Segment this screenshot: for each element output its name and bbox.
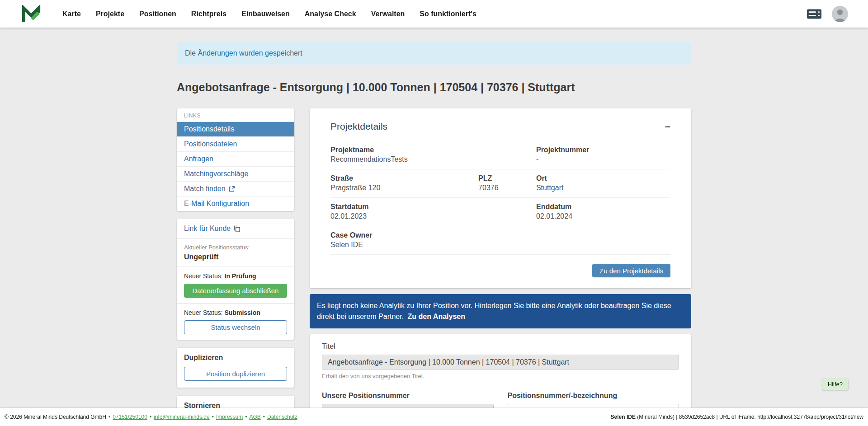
- app-logo[interactable]: [22, 5, 41, 23]
- analytics-banner-text: Es liegt noch keine Analytik zu Ihrer Po…: [317, 302, 671, 320]
- agb-link[interactable]: AGB: [249, 414, 260, 420]
- sidebar: LINKS Positionsdetails Positionsdateien …: [177, 108, 294, 408]
- project-details-title: Projektdetails: [330, 121, 387, 132]
- session-details: (Mineral Minds) | 8539d2652ac8 | URL of …: [636, 414, 863, 420]
- sidebar-item-anfragen[interactable]: Anfragen: [177, 151, 294, 166]
- analytics-banner: Es liegt noch keine Analytik zu Ihrer Po…: [310, 294, 691, 328]
- project-details-card: Projektdetails – Projektname Recommendat…: [310, 108, 691, 288]
- datenschutz-link[interactable]: Datenschutz: [267, 414, 297, 420]
- avatar[interactable]: [832, 6, 848, 22]
- projektnummer-value: -: [536, 155, 670, 164]
- title-helper: Erhält den von uns vorgegebenen Titel.: [322, 373, 679, 379]
- startdatum-value: 02.01.2023: [330, 212, 536, 220]
- impressum-link[interactable]: Impressum: [216, 414, 243, 420]
- server-icon[interactable]: [807, 8, 822, 20]
- main-content: Projektdetails – Projektname Recommendat…: [310, 108, 691, 408]
- current-status-value: Ungeprüft: [184, 253, 287, 261]
- top-navbar: Karte Projekte Positionen Richtpreis Ein…: [0, 0, 868, 28]
- duplicate-title: Duplizieren: [184, 354, 287, 362]
- sidebar-links-header: LINKS: [177, 108, 294, 122]
- strasse-value: Pragstraße 120: [330, 184, 478, 192]
- phone-link[interactable]: 07151/250100: [113, 414, 147, 420]
- page-title: Angebotsanfrage - Entsorgung | 10.000 To…: [177, 80, 691, 94]
- logo-m-icon: [22, 5, 41, 23]
- sidebar-item-match-finden[interactable]: Match finden: [177, 181, 294, 196]
- success-alert: Die Änderungen wurden gespeichert: [177, 42, 691, 65]
- projektname-label: Projektname: [330, 146, 536, 154]
- copyright-text: © 2026 Mineral Minds Deutschland GmbH: [5, 414, 106, 420]
- our-number-input: [322, 404, 494, 408]
- enddatum-value: 02.01.2024: [536, 212, 670, 220]
- custom-number-label: Positionsnummer/-bezeichnung: [508, 392, 679, 400]
- projektname-value: RecommendationsTests: [330, 155, 536, 164]
- ort-value: Stuttgart: [536, 184, 670, 192]
- project-details-button[interactable]: Zu den Projektdetails: [592, 264, 670, 277]
- case-owner-label: Case Owner: [330, 231, 670, 239]
- our-number-label: Unsere Positionsnummer: [322, 392, 494, 400]
- session-info: Selen IDE (Mineral Minds) | 8539d2652ac8…: [611, 414, 863, 420]
- sidebar-item-positionsdetails[interactable]: Positionsdetails: [177, 122, 294, 136]
- switch-status-button[interactable]: Status wechseln: [184, 320, 287, 334]
- bullet-separator: [147, 414, 154, 420]
- projektnummer-label: Projektnummer: [536, 146, 670, 154]
- cancel-title: Stornieren: [184, 402, 287, 408]
- sidebar-item-matchingvorschlaege[interactable]: Matchingvorschläge: [177, 166, 294, 181]
- customer-link[interactable]: Link für Kunde: [184, 225, 241, 233]
- main-nav: Karte Projekte Positionen Richtpreis Ein…: [62, 10, 476, 18]
- bullet-separator: [261, 414, 267, 420]
- next-status-1: Neuer Status: In Prüfung: [184, 272, 287, 280]
- email-link[interactable]: info@mineral-minds.de: [154, 414, 210, 420]
- sidebar-item-label: Match finden: [184, 185, 226, 193]
- duplicate-card: Duplizieren Position duplizieren: [177, 348, 294, 388]
- footer: © 2026 Mineral Minds Deutschland GmbH 07…: [0, 408, 868, 426]
- nav-item-positionen[interactable]: Positionen: [139, 10, 176, 18]
- position-form-card: Titel Erhält den von uns vorgegebenen Ti…: [310, 334, 691, 408]
- nav-item-analyse-check[interactable]: Analyse Check: [305, 10, 356, 18]
- nav-item-projekte[interactable]: Projekte: [96, 10, 124, 18]
- startdatum-label: Startdatum: [330, 203, 536, 211]
- nav-item-einbauweisen[interactable]: Einbauweisen: [241, 10, 290, 18]
- plz-label: PLZ: [478, 174, 536, 183]
- project-row: Case Owner Selen IDE: [330, 226, 670, 255]
- nav-item-so-funktionierts[interactable]: So funktioniert's: [420, 10, 476, 18]
- plz-value: 70376: [478, 184, 536, 192]
- title-label: Titel: [322, 342, 679, 351]
- bullet-separator: [243, 414, 249, 420]
- sidebar-links-card: LINKS Positionsdetails Positionsdateien …: [177, 108, 294, 211]
- ort-label: Ort: [536, 174, 670, 183]
- case-owner-value: Selen IDE: [330, 241, 670, 249]
- duplicate-position-button[interactable]: Position duplizieren: [184, 367, 287, 381]
- nav-item-verwalten[interactable]: Verwalten: [371, 10, 405, 18]
- sidebar-item-positionsdateien[interactable]: Positionsdateien: [177, 136, 294, 151]
- nav-item-richtpreis[interactable]: Richtpreis: [191, 10, 226, 18]
- copy-icon[interactable]: [234, 225, 241, 232]
- customer-link-label: Link für Kunde: [184, 225, 231, 233]
- bullet-separator: [210, 414, 216, 420]
- project-row: Startdatum 02.01.2023 Enddatum 02.01.202…: [330, 198, 670, 226]
- project-row: Straße Pragstraße 120 PLZ 70376 Ort Stut…: [330, 169, 670, 198]
- title-divider: [177, 101, 691, 101]
- help-button[interactable]: Hilfe?: [822, 379, 848, 390]
- sidebar-item-email-konfiguration[interactable]: E-Mail Konfiguration: [177, 196, 294, 211]
- session-user: Selen IDE: [611, 414, 636, 420]
- bullet-separator: [106, 414, 113, 420]
- status-card: Link für Kunde Aktueller Positionsstatus…: [177, 219, 294, 340]
- title-input: [322, 355, 679, 370]
- analytics-link[interactable]: Zu den Analysen: [408, 313, 465, 320]
- navbar-right: [807, 6, 848, 22]
- next-status-2: Neuer Status: Submission: [184, 309, 287, 316]
- complete-data-entry-button[interactable]: Datenerfassung abschließen: [184, 284, 287, 298]
- footer-links: © 2026 Mineral Minds Deutschland GmbH 07…: [5, 414, 297, 420]
- cancel-card: Stornieren Stornieren: [177, 396, 294, 408]
- enddatum-label: Enddatum: [536, 203, 670, 211]
- strasse-label: Straße: [330, 174, 478, 183]
- custom-number-input[interactable]: [508, 404, 679, 408]
- page-body: Die Änderungen wurden gespeichert Angebo…: [0, 28, 868, 408]
- collapse-button[interactable]: –: [665, 122, 670, 131]
- nav-item-karte[interactable]: Karte: [62, 10, 81, 18]
- external-link-icon: [229, 186, 235, 192]
- current-status-label: Aktueller Positionsstatus:: [184, 244, 287, 251]
- project-row: Projektname RecommendationsTests Projekt…: [330, 141, 670, 169]
